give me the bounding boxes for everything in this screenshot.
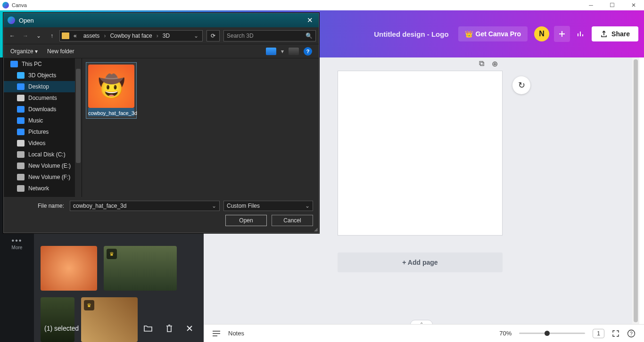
notes-icon <box>212 330 221 337</box>
search-input[interactable]: Search 3D 🔍 <box>223 30 316 41</box>
dialog-footer: File name: cowboy_hat_face_3d ⌄ Custom F… <box>4 197 319 233</box>
tree-item-label: Documents <box>28 95 57 101</box>
share-button[interactable]: Share <box>592 26 638 41</box>
tree-item-label: Downloads <box>28 106 56 113</box>
folder-tree[interactable]: This PC3D ObjectsDesktopDocumentsDownloa… <box>4 58 82 197</box>
user-avatar[interactable]: N <box>534 26 549 41</box>
cancel-button[interactable]: Cancel <box>272 215 313 226</box>
add-page-icon[interactable]: ⊕ <box>492 59 498 68</box>
folder-icon <box>17 106 25 113</box>
breadcrumb-segment[interactable]: 3D <box>160 33 172 39</box>
help-icon[interactable]: ? <box>304 47 312 56</box>
tree-item-3d-objects[interactable]: 3D Objects <box>4 70 82 81</box>
refresh-button[interactable]: ⟳ <box>206 30 220 41</box>
tree-item-documents[interactable]: Documents <box>4 92 82 104</box>
svg-text:?: ? <box>630 331 633 336</box>
canva-logo-icon <box>8 16 15 24</box>
tree-item-network[interactable]: Network <box>4 183 82 194</box>
tree-item-new-volume-f-[interactable]: New Volume (F:) <box>4 171 82 183</box>
chevron-down-icon[interactable]: ▾ <box>281 48 284 55</box>
dialog-title-bar[interactable]: Open ✕ <box>4 13 319 27</box>
dialog-title: Open <box>19 17 34 24</box>
selection-count: (1) selected <box>44 325 131 332</box>
window-minimize-button[interactable]: ─ <box>580 0 602 10</box>
tree-item-local-disk-c-[interactable]: Local Disk (C:) <box>4 149 82 160</box>
folder-icon <box>62 33 69 39</box>
add-member-button[interactable] <box>554 26 570 42</box>
file-name-label: File name: <box>9 203 66 209</box>
tree-item-new-volume-e-[interactable]: New Volume (E:) <box>4 160 82 171</box>
breadcrumb-segment[interactable]: assets <box>81 33 102 39</box>
resize-grip[interactable]: ◢ <box>314 227 318 232</box>
nav-recent-dropdown[interactable]: ⌄ <box>33 30 44 41</box>
window-maximize-button[interactable]: ☐ <box>602 0 623 10</box>
nav-forward-button[interactable]: → <box>20 30 31 41</box>
folder-icon[interactable] <box>143 324 153 333</box>
breadcrumb-bar[interactable]: « assets › Cowboy hat face › 3D ⌄ <box>59 30 203 41</box>
upload-thumbnail[interactable] <box>41 246 97 291</box>
chevron-down-icon[interactable]: ⌄ <box>192 33 200 39</box>
add-page-button[interactable]: + Add page <box>338 252 503 272</box>
preview-pane-button[interactable] <box>289 48 299 55</box>
vertical-scrollbar[interactable] <box>632 57 639 324</box>
get-canva-pro-button[interactable]: 👑 Get Canva Pro <box>458 26 528 41</box>
design-page[interactable] <box>338 71 503 236</box>
more-nav-button[interactable]: ••• More <box>12 236 23 250</box>
folder-icon <box>17 95 25 101</box>
zoom-value[interactable]: 70% <box>499 330 512 337</box>
file-name-input[interactable]: cowboy_hat_face_3d ⌄ <box>70 201 220 211</box>
folder-icon <box>17 151 25 158</box>
organize-menu[interactable]: Organize ▾ <box>10 48 38 55</box>
tree-item-label: Music <box>28 117 43 124</box>
file-type-select[interactable]: Custom Files ⌄ <box>223 201 313 211</box>
app-name: Canva <box>12 2 27 8</box>
folder-icon <box>17 174 25 180</box>
dialog-close-button[interactable]: ✕ <box>305 16 315 24</box>
tree-item-downloads[interactable]: Downloads <box>4 104 82 115</box>
canva-logo-icon <box>2 2 9 8</box>
dialog-address-row: ← → ⌄ ↑ « assets › Cowboy hat face › 3D … <box>4 27 319 44</box>
nav-back-button[interactable]: ← <box>7 30 18 41</box>
dialog-toolbar: Organize ▾ New folder ▾ ? <box>4 44 319 58</box>
close-panel-icon[interactable] <box>186 325 193 332</box>
page-indicator[interactable]: 1 <box>593 329 604 338</box>
tree-item-music[interactable]: Music <box>4 115 82 126</box>
zoom-slider[interactable] <box>519 333 585 334</box>
view-mode-button[interactable] <box>266 48 276 55</box>
chevron-down-icon[interactable]: ⌄ <box>212 203 216 209</box>
folder-icon <box>17 117 25 124</box>
notes-button[interactable]: Notes <box>228 330 244 337</box>
document-title[interactable]: Untitled design - Logo <box>374 30 448 38</box>
search-icon: 🔍 <box>305 33 313 39</box>
tree-item-label: 3D Objects <box>28 72 56 79</box>
os-title-bar: Canva ─ ☐ ✕ <box>0 0 644 10</box>
file-item[interactable]: 🤠 cowboy_hat_face_3d <box>86 62 137 119</box>
chevron-down-icon[interactable]: ⌄ <box>305 203 310 209</box>
nav-up-button[interactable]: ↑ <box>46 30 58 41</box>
tree-item-label: New Volume (F:) <box>28 174 70 180</box>
file-thumbnail: 🤠 <box>88 65 134 108</box>
upload-thumbnail[interactable]: ♛ <box>104 246 177 291</box>
tree-item-videos[interactable]: Videos <box>4 138 82 149</box>
tree-item-label: This PC <box>22 61 42 67</box>
duplicate-page-icon[interactable]: ⧉ <box>479 59 484 68</box>
window-close-button[interactable]: ✕ <box>623 0 644 10</box>
new-folder-button[interactable]: New folder <box>47 48 74 55</box>
help-icon[interactable]: ? <box>627 329 636 338</box>
file-label: cowboy_hat_face_3d <box>88 108 134 116</box>
open-button[interactable]: Open <box>225 215 267 226</box>
folder-icon <box>17 140 25 147</box>
tree-item-label: Pictures <box>28 129 49 135</box>
tree-scrollbar[interactable] <box>75 58 82 197</box>
tree-item-pictures[interactable]: Pictures <box>4 126 82 138</box>
tree-item-this-pc[interactable]: This PC <box>4 58 82 70</box>
tree-item-desktop[interactable]: Desktop <box>4 81 82 92</box>
folder-icon <box>17 129 25 135</box>
insights-button[interactable] <box>573 26 589 42</box>
folder-icon <box>17 83 25 90</box>
trash-icon[interactable] <box>165 324 173 333</box>
refresh-canvas-button[interactable]: ↻ <box>512 76 530 94</box>
fullscreen-icon[interactable] <box>612 330 619 337</box>
breadcrumb-segment[interactable]: Cowboy hat face <box>107 33 154 39</box>
file-list[interactable]: 🤠 cowboy_hat_face_3d <box>82 58 319 197</box>
